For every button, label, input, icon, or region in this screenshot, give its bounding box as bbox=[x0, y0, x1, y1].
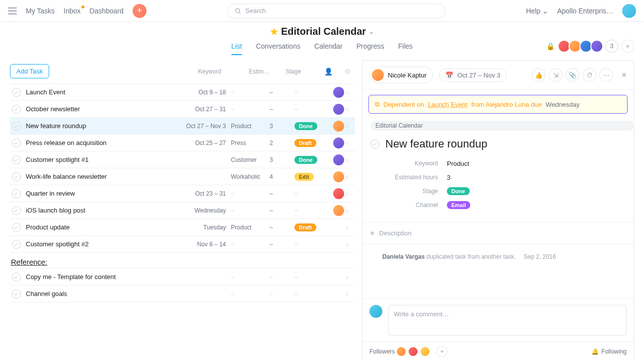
tab-list[interactable]: List bbox=[231, 42, 242, 55]
project-title-row[interactable]: ★ Editorial Calendar ⌄ bbox=[270, 26, 374, 37]
task-rows: Launch Event Oct 9 – 18 – – – › October … bbox=[10, 83, 355, 253]
task-row[interactable]: Product update Tuesday Product – Draft › bbox=[10, 219, 355, 236]
close-detail-button[interactable]: × bbox=[621, 70, 627, 80]
col-keyword[interactable]: Keyword bbox=[198, 68, 237, 75]
project-chip[interactable]: Editorial Calendar bbox=[370, 121, 634, 131]
assignee-avatar[interactable] bbox=[333, 188, 344, 199]
complete-checkbox[interactable] bbox=[12, 105, 21, 114]
more-button[interactable]: ⋯ bbox=[599, 68, 613, 82]
nav-inbox[interactable]: Inbox bbox=[64, 7, 80, 15]
activity-text: duplicated task from another task. bbox=[427, 253, 516, 260]
col-estimated[interactable]: Estim… bbox=[249, 68, 274, 75]
complete-checkbox[interactable] bbox=[12, 206, 21, 215]
member-overflow-count[interactable]: 3 bbox=[605, 40, 618, 53]
attachment-button[interactable]: 📎 bbox=[566, 68, 579, 82]
search-input[interactable]: Search bbox=[227, 3, 445, 18]
complete-checkbox[interactable] bbox=[370, 140, 379, 148]
workspace-switcher[interactable]: Apollo Enterpris… bbox=[557, 7, 613, 15]
complete-checkbox[interactable] bbox=[12, 139, 21, 147]
task-row[interactable]: Press release on acquisition Oct 25 – 27… bbox=[10, 135, 355, 151]
task-row[interactable]: October newsletter Oct 27 – 31 – – – › bbox=[10, 101, 355, 118]
add-member-button[interactable]: + bbox=[621, 40, 634, 53]
tab-conversations[interactable]: Conversations bbox=[256, 42, 300, 55]
comment-input[interactable]: Write a comment… bbox=[388, 305, 627, 336]
assignee-avatar[interactable] bbox=[333, 104, 344, 115]
task-row[interactable]: Quarter in review Oct 23 – 31 – – – › bbox=[10, 185, 355, 202]
dependency-banner[interactable]: ⧉ Dependent on Launch Event from Alejand… bbox=[368, 95, 628, 114]
task-row[interactable]: iOS launch blog post Wednesday – – – › bbox=[10, 202, 355, 219]
complete-checkbox[interactable] bbox=[12, 189, 21, 198]
tab-calendar[interactable]: Calendar bbox=[314, 42, 343, 55]
task-row[interactable]: Channel goals – – – › bbox=[10, 286, 355, 302]
assignee-chip[interactable]: Nicole Kaptur bbox=[369, 67, 433, 83]
chevron-down-icon[interactable]: ⌄ bbox=[369, 28, 374, 35]
chevron-right-icon: › bbox=[346, 156, 353, 164]
complete-checkbox[interactable] bbox=[12, 155, 21, 164]
follower-avatar[interactable] bbox=[396, 346, 407, 357]
assignee-avatar[interactable] bbox=[333, 154, 344, 165]
menu-icon[interactable] bbox=[8, 7, 17, 14]
assignee-avatar[interactable] bbox=[333, 205, 344, 216]
field-estimated[interactable]: Estimated hours 3 bbox=[362, 170, 626, 184]
task-assignee bbox=[333, 121, 346, 132]
tab-files[interactable]: Files bbox=[398, 42, 413, 55]
star-icon[interactable]: ★ bbox=[270, 26, 278, 37]
global-add-button[interactable]: + bbox=[133, 4, 146, 18]
field-stage[interactable]: Stage Done bbox=[362, 184, 626, 198]
follower-avatar[interactable] bbox=[420, 346, 430, 357]
like-button[interactable]: 👍 bbox=[532, 68, 546, 82]
task-row[interactable]: Launch Event Oct 9 – 18 – – – › bbox=[10, 84, 355, 101]
task-keyword: – bbox=[231, 241, 270, 248]
chevron-right-icon: › bbox=[346, 207, 353, 215]
field-channel[interactable]: Channel Email bbox=[362, 198, 626, 212]
lock-icon[interactable]: 🔒 bbox=[546, 42, 555, 50]
task-keyword: Customer bbox=[231, 156, 270, 163]
assignee-avatar[interactable] bbox=[333, 87, 344, 98]
dep-task-link[interactable]: Launch Event bbox=[428, 101, 468, 108]
assignee-avatar[interactable] bbox=[333, 138, 344, 148]
member-avatar[interactable] bbox=[590, 40, 603, 53]
task-title[interactable]: New feature roundup bbox=[385, 138, 487, 150]
nav-my-tasks[interactable]: My Tasks bbox=[26, 7, 55, 15]
complete-checkbox[interactable] bbox=[12, 289, 21, 298]
due-date-chip[interactable]: 📅 Oct 27 – Nov 3 bbox=[439, 69, 507, 82]
add-task-button[interactable]: Add Task bbox=[10, 64, 49, 78]
project-header: ★ Editorial Calendar ⌄ List Conversation… bbox=[0, 22, 644, 55]
task-row[interactable]: Customer spotlight #1 Customer 3 Done › bbox=[10, 151, 355, 168]
task-row[interactable]: Copy me - Template for content – – – › bbox=[10, 269, 355, 286]
chevron-right-icon: › bbox=[346, 122, 353, 130]
task-date: Oct 9 – 18 bbox=[184, 89, 231, 96]
svg-line-1 bbox=[239, 12, 241, 13]
subtask-button[interactable]: ⇲ bbox=[549, 68, 563, 82]
gear-icon[interactable]: ⚙ bbox=[345, 68, 351, 75]
task-row[interactable]: Work-life balance newsletter Workaholic … bbox=[10, 168, 355, 185]
timer-button[interactable]: ⏱ bbox=[582, 68, 596, 82]
task-row[interactable]: Customer spotlight #2 Nov 6 – 14 – – – › bbox=[10, 236, 355, 253]
add-follower-button[interactable]: + bbox=[436, 346, 447, 357]
assignee-avatar[interactable] bbox=[333, 121, 344, 132]
complete-checkbox[interactable] bbox=[12, 223, 21, 232]
field-keyword[interactable]: Keyword Product bbox=[362, 156, 626, 170]
col-stage[interactable]: Stage bbox=[286, 68, 312, 75]
field-value: 3 bbox=[447, 174, 450, 181]
complete-checkbox[interactable] bbox=[12, 172, 21, 181]
section-rows: Copy me - Template for content – – – › C… bbox=[10, 269, 355, 302]
chevron-right-icon: › bbox=[346, 105, 353, 113]
complete-checkbox[interactable] bbox=[12, 273, 21, 282]
current-user-avatar[interactable] bbox=[622, 4, 636, 18]
complete-checkbox[interactable] bbox=[12, 240, 21, 249]
person-icon[interactable]: 👤 bbox=[324, 68, 333, 75]
nav-dashboard[interactable]: Dashboard bbox=[89, 7, 124, 15]
task-keyword: Press bbox=[231, 140, 270, 146]
complete-checkbox[interactable] bbox=[12, 88, 21, 97]
section-header[interactable]: Reference: bbox=[10, 253, 355, 268]
help-menu[interactable]: Help⌄ bbox=[526, 7, 548, 15]
description-field[interactable]: ≡ Description bbox=[362, 222, 634, 244]
follower-avatar[interactable] bbox=[408, 346, 419, 357]
tab-progress[interactable]: Progress bbox=[357, 42, 384, 55]
assignee-avatar[interactable] bbox=[333, 171, 344, 182]
task-stage: Done bbox=[294, 156, 333, 164]
task-row[interactable]: New feature roundup Oct 27 – Nov 3 Produ… bbox=[10, 118, 355, 135]
complete-checkbox[interactable] bbox=[12, 122, 21, 131]
following-toggle[interactable]: 🔔 Following bbox=[591, 348, 627, 355]
